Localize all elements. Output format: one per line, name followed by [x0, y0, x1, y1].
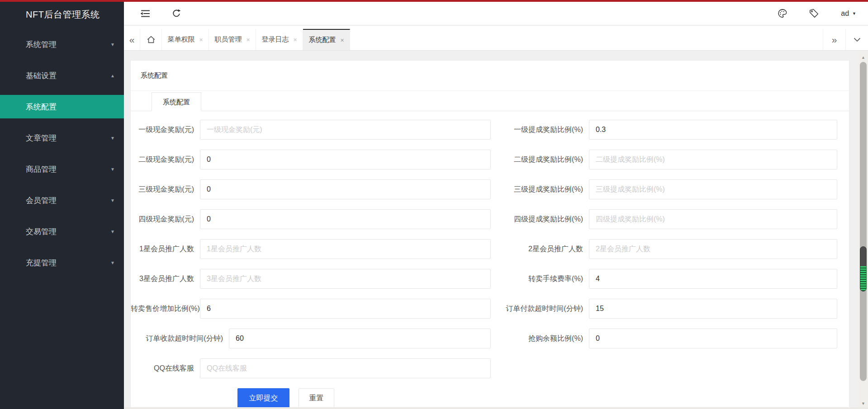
app-title: NFT后台管理系统 — [0, 2, 124, 25]
scrollbar-track-fill[interactable] — [860, 62, 867, 381]
sidebar-item-label: 交易管理 — [26, 226, 57, 237]
sidebar-item-basic-settings[interactable]: 基础设置 ▲ — [0, 64, 124, 87]
close-icon[interactable]: × — [246, 36, 250, 43]
level3-cash-reward-input[interactable] — [200, 179, 491, 199]
level1-cash-reward-label: 一级现金奖励(元) — [131, 125, 194, 135]
tab-system-config[interactable]: 系统配置 × — [303, 29, 350, 50]
tab-label: 系统配置 — [308, 36, 336, 44]
scrollbar-up-arrow[interactable]: ▲ — [859, 55, 868, 60]
tab-label: 职员管理 — [214, 35, 242, 44]
caret-down-icon: ▼ — [110, 167, 115, 172]
form-row: 四级现金奖励(元) 四级提成奖励比例(%) — [131, 209, 849, 229]
system-config-card: 系统配置 系统配置 一级现金奖励(元) 一级提成奖励比例(%) 二级现金奖励(元… — [130, 60, 849, 408]
sidebar-item-label: 系统管理 — [26, 39, 57, 50]
reset-button[interactable]: 重置 — [299, 388, 334, 408]
caret-down-icon: ▼ — [110, 229, 115, 234]
sidebar-item-article-management[interactable]: 文章管理 ▼ — [0, 126, 124, 150]
theme-palette-icon[interactable] — [777, 8, 787, 19]
resale-fee-rate-input[interactable] — [589, 269, 837, 289]
qq-support-label: QQ在线客服 — [131, 364, 194, 373]
qq-support-input[interactable] — [200, 358, 491, 378]
level1-cash-reward-input[interactable] — [200, 120, 491, 140]
sidebar-item-system-management[interactable]: 系统管理 ▼ — [0, 33, 124, 56]
sidebar-item-recharge-withdraw-management[interactable]: 充提管理 ▼ — [0, 251, 124, 274]
order-payment-timeout-input[interactable] — [589, 299, 837, 319]
star2-member-referrals-input[interactable] — [589, 239, 837, 259]
chevron-down-icon — [854, 38, 861, 42]
tab-menu-permission[interactable]: 菜单权限 × — [162, 29, 209, 50]
top-header: ad ▼ — [124, 2, 868, 25]
tag-icon[interactable] — [808, 8, 819, 19]
form-row: 3星会员推广人数 转卖手续费率(%) — [131, 269, 849, 289]
sidebar: NFT后台管理系统 系统管理 ▼ 基础设置 ▲ 系统配置 文章管理 ▼ 商品管理… — [0, 2, 124, 409]
level4-commission-rate-input[interactable] — [589, 209, 837, 229]
home-tab[interactable] — [140, 29, 162, 50]
caret-down-icon: ▼ — [110, 260, 115, 265]
sidebar-item-label: 基础设置 — [26, 71, 57, 81]
level3-commission-rate-input[interactable] — [589, 179, 837, 199]
form-row: 一级现金奖励(元) 一级提成奖励比例(%) — [131, 120, 849, 140]
level2-commission-rate-label: 二级提成奖励比例(%) — [491, 155, 583, 165]
close-icon[interactable]: × — [199, 36, 203, 43]
sidebar-item-label: 充提管理 — [26, 258, 57, 268]
tab-bar: « 菜单权限 × 职员管理 × 登录日志 × 系统配置 × » — [124, 26, 868, 51]
menu-fold-icon[interactable] — [139, 8, 150, 19]
sidebar-item-product-management[interactable]: 商品管理 ▼ — [0, 157, 124, 181]
resale-price-increase-rate-label: 转卖售价增加比例(%) — [131, 304, 194, 314]
card-tab-system-config[interactable]: 系统配置 — [152, 92, 201, 111]
level3-cash-reward-label: 三级现金奖励(元) — [131, 185, 194, 194]
level1-commission-rate-label: 一级提成奖励比例(%) — [491, 125, 583, 135]
home-icon — [146, 35, 156, 45]
caret-down-icon: ▼ — [110, 136, 115, 141]
tab-label: 菜单权限 — [167, 35, 194, 44]
resale-price-increase-rate-input[interactable] — [200, 299, 491, 319]
order-collection-timeout-input[interactable] — [229, 329, 491, 348]
main-content: 系统配置 系统配置 一级现金奖励(元) 一级提成奖励比例(%) 二级现金奖励(元… — [124, 51, 868, 409]
level2-commission-rate-input[interactable] — [589, 150, 837, 169]
tab-staff-management[interactable]: 职员管理 × — [209, 29, 256, 50]
card-title: 系统配置 — [131, 61, 849, 91]
level1-commission-rate-input[interactable] — [589, 120, 837, 140]
form-row: 转卖售价增加比例(%) 订单付款超时时间(分钟) — [131, 299, 849, 319]
username: ad — [841, 9, 849, 18]
star1-member-referrals-input[interactable] — [200, 239, 491, 259]
tab-actions-dropdown[interactable] — [845, 29, 868, 50]
star3-member-referrals-input[interactable] — [200, 269, 491, 289]
caret-down-icon: ▼ — [852, 11, 856, 16]
caret-down-icon: ▼ — [110, 198, 115, 203]
tab-login-log[interactable]: 登录日志 × — [256, 29, 303, 50]
close-icon[interactable]: × — [293, 36, 297, 43]
level4-cash-reward-input[interactable] — [200, 209, 491, 229]
tab-label: 登录日志 — [261, 35, 289, 44]
level2-cash-reward-label: 二级现金奖励(元) — [131, 155, 194, 165]
order-collection-timeout-label: 订单收款超时时间(分钟) — [131, 334, 223, 343]
scroll-tabs-right-button[interactable]: » — [823, 29, 845, 50]
level4-cash-reward-label: 四级现金奖励(元) — [131, 215, 194, 224]
bottom-edge-strip — [124, 407, 868, 409]
level2-cash-reward-input[interactable] — [200, 150, 491, 169]
sidebar-item-member-management[interactable]: 会员管理 ▼ — [0, 188, 124, 212]
star1-member-referrals-label: 1星会员推广人数 — [131, 244, 194, 254]
top-red-strip — [0, 0, 868, 2]
refresh-icon[interactable] — [171, 8, 182, 19]
user-dropdown[interactable]: ad ▼ — [841, 9, 856, 18]
star2-member-referrals-label: 2星会员推广人数 — [491, 244, 583, 254]
sidebar-item-trade-management[interactable]: 交易管理 ▼ — [0, 220, 124, 243]
close-icon[interactable]: × — [340, 37, 344, 44]
resale-fee-rate-label: 转卖手续费率(%) — [491, 274, 583, 284]
scroll-tabs-left-button[interactable]: « — [124, 29, 140, 50]
form-row: 订单收款超时时间(分钟) 抢购余额比例(%) — [131, 329, 849, 348]
scrollbar-thumb[interactable] — [860, 246, 867, 291]
sidebar-subitem-system-config[interactable]: 系统配置 — [0, 95, 124, 118]
level4-commission-rate-label: 四级提成奖励比例(%) — [491, 215, 583, 224]
level3-commission-rate-label: 三级提成奖励比例(%) — [491, 185, 583, 194]
form-buttons: 立即提交 重置 — [131, 388, 849, 408]
form-row: QQ在线客服 — [131, 358, 849, 378]
form-row: 1星会员推广人数 2星会员推广人数 — [131, 239, 849, 259]
submit-button[interactable]: 立即提交 — [237, 388, 289, 408]
scrollbar-down-arrow[interactable]: ▼ — [859, 401, 868, 406]
flash-sale-balance-rate-label: 抢购余额比例(%) — [491, 334, 583, 343]
system-config-form: 一级现金奖励(元) 一级提成奖励比例(%) 二级现金奖励(元) 二级提成奖励比例… — [131, 111, 849, 408]
flash-sale-balance-rate-input[interactable] — [589, 329, 837, 348]
sidebar-item-label: 会员管理 — [26, 195, 57, 206]
